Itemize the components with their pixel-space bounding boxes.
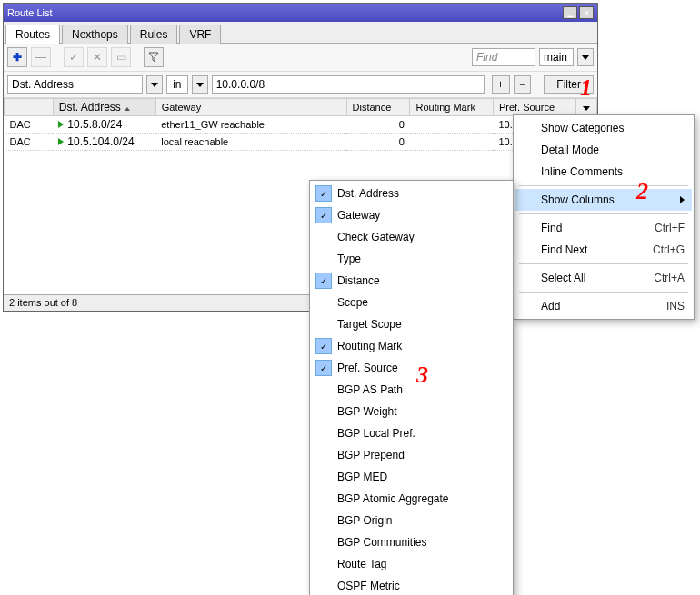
column-toggle-item[interactable]: ✓Routing Mark — [312, 335, 511, 357]
column-toggle-item[interactable]: BGP Origin — [312, 510, 511, 531]
column-toggle-item[interactable]: BGP Communities — [312, 531, 511, 553]
table-header-row: Dst. Address Gateway Distance Routing Ma… — [5, 99, 597, 116]
col-dst-address[interactable]: Dst. Address — [53, 99, 155, 116]
menu-select-all[interactable]: Select AllCtrl+A — [515, 267, 692, 289]
column-toggle-item[interactable]: Type — [312, 248, 511, 270]
col-routing-mark[interactable]: Routing Mark — [410, 99, 493, 116]
submenu-arrow-icon — [680, 196, 685, 203]
tab-rules[interactable]: Rules — [130, 25, 178, 44]
column-toggle-item[interactable]: BGP Atomic Aggregate — [312, 488, 511, 510]
column-toggle-label: BGP Weight — [337, 405, 397, 418]
column-toggle-item[interactable]: BGP MED — [312, 466, 511, 488]
column-toggle-item[interactable]: Scope — [312, 292, 511, 313]
menu-separator — [519, 213, 688, 214]
filter-op-select[interactable]: in — [166, 75, 188, 94]
tab-nexthops[interactable]: Nexthops — [62, 25, 128, 44]
minimize-button[interactable]: ▁ — [563, 6, 577, 19]
column-toggle-item[interactable]: Route Tag — [312, 553, 511, 575]
menu-find[interactable]: FindCtrl+F — [515, 217, 692, 239]
column-toggle-label: Route Tag — [337, 558, 387, 570]
col-pref-source[interactable]: Pref. Source — [493, 99, 575, 116]
table-row[interactable]: DAC 10.5.8.0/24 ether11_GW reachable 0 1… — [5, 116, 597, 134]
column-toggle-label: Scope — [337, 296, 368, 309]
columns-submenu: ✓Dst. Address✓GatewayCheck GatewayType✓D… — [309, 180, 514, 595]
column-toggle-label: BGP Origin — [337, 514, 392, 527]
cell-mark — [410, 116, 493, 134]
menu-detail-mode[interactable]: Detail Mode — [515, 139, 692, 161]
route-active-icon — [58, 121, 64, 128]
menu-find-next[interactable]: Find NextCtrl+G — [515, 239, 692, 261]
filter-field-select[interactable]: Dst. Address — [7, 75, 143, 94]
chevron-down-icon — [583, 106, 590, 111]
filter-add-button[interactable]: + — [492, 75, 510, 94]
column-toggle-item[interactable]: BGP Local Pref. — [312, 422, 511, 444]
tab-routes[interactable]: Routes — [5, 25, 60, 44]
menu-inline-comments[interactable]: Inline Comments — [515, 161, 692, 183]
filter-op-dropdown[interactable] — [192, 75, 208, 94]
menu-separator — [519, 292, 688, 293]
column-toggle-label: BGP Communities — [337, 536, 426, 549]
column-toggle-label: BGP Atomic Aggregate — [337, 492, 449, 505]
filter-value-input[interactable]: 10.0.0.0/8 — [212, 75, 485, 94]
check-icon: ✓ — [315, 360, 332, 376]
header-context-menu: Show Categories Detail Mode Inline Comme… — [513, 114, 695, 320]
column-toggle-item[interactable]: OSPF Metric — [312, 575, 511, 595]
column-toggle-label: OSPF Metric — [337, 580, 400, 592]
column-toggle-item[interactable]: Check Gateway — [312, 226, 511, 248]
column-toggle-item[interactable]: BGP Prepend — [312, 444, 511, 466]
column-toggle-item[interactable]: ✓Dst. Address — [312, 183, 511, 204]
funnel-icon — [148, 52, 159, 63]
scope-dropdown-button[interactable] — [577, 48, 594, 66]
close-button[interactable]: ✕ — [579, 6, 594, 19]
enable-button[interactable]: ✓ — [64, 47, 84, 67]
cell-mark — [410, 134, 493, 151]
cell-dist: 0 — [346, 134, 410, 151]
cell-dst: 10.5.8.0/24 — [53, 116, 155, 134]
filter-remove-button[interactable]: − — [514, 75, 532, 94]
find-input[interactable]: Find — [472, 48, 535, 66]
filter-bar: Dst. Address in 10.0.0.0/8 + − Filter — [4, 72, 597, 98]
column-toggle-item[interactable]: ✓Distance — [312, 270, 511, 292]
check-icon: ✓ — [69, 51, 78, 64]
table-row[interactable]: DAC 10.5.104.0/24 local reachable 0 10.5… — [5, 134, 597, 151]
check-icon: ✓ — [315, 207, 332, 223]
cell-gw: local reachable — [155, 134, 346, 151]
column-toggle-label: Distance — [337, 274, 380, 287]
plus-icon: + — [497, 78, 504, 91]
column-toggle-item[interactable]: BGP Weight — [312, 401, 511, 422]
column-toggle-item[interactable]: ✓Gateway — [312, 204, 511, 226]
cell-dst: 10.5.104.0/24 — [53, 134, 155, 151]
filter-field-dropdown[interactable] — [146, 75, 163, 94]
tab-vrf[interactable]: VRF — [179, 25, 221, 44]
annotation-3: 3 — [416, 362, 428, 389]
col-gateway[interactable]: Gateway — [155, 99, 346, 116]
chevron-down-icon — [196, 83, 204, 87]
col-flags[interactable] — [5, 99, 54, 116]
column-toggle-item[interactable]: BGP AS Path — [312, 379, 511, 401]
cell-flags: DAC — [5, 116, 54, 134]
minus-icon: — — [35, 51, 46, 64]
column-toggle-item[interactable]: Target Scope — [312, 313, 511, 335]
scope-select[interactable]: main — [539, 48, 574, 66]
filter-toggle-button[interactable] — [144, 47, 164, 67]
cell-gw: ether11_GW reachable — [155, 116, 346, 134]
column-toggle-label: Routing Mark — [337, 340, 402, 352]
sort-asc-icon — [125, 107, 130, 111]
menu-show-categories[interactable]: Show Categories — [515, 117, 692, 139]
column-toggle-label: Type — [337, 253, 361, 265]
cell-dist: 0 — [346, 116, 410, 134]
column-toggle-label: Dst. Address — [337, 187, 399, 200]
titlebar[interactable]: Route List ▁ ✕ — [4, 4, 597, 22]
disable-button[interactable]: ✕ — [87, 47, 107, 67]
cross-icon: ✕ — [93, 51, 102, 64]
column-toggle-label: Check Gateway — [337, 231, 415, 243]
column-toggle-item[interactable]: ✓Pref. Source — [312, 357, 511, 379]
menu-add[interactable]: AddINS — [515, 295, 692, 317]
cell-flags: DAC — [5, 134, 54, 151]
comment-button[interactable]: ▭ — [111, 47, 131, 67]
chevron-down-icon — [151, 83, 158, 87]
menu-show-columns[interactable]: Show Columns — [515, 189, 692, 211]
col-distance[interactable]: Distance — [346, 99, 410, 116]
remove-button[interactable]: — — [31, 47, 51, 67]
add-button[interactable]: ✚ — [7, 47, 27, 67]
